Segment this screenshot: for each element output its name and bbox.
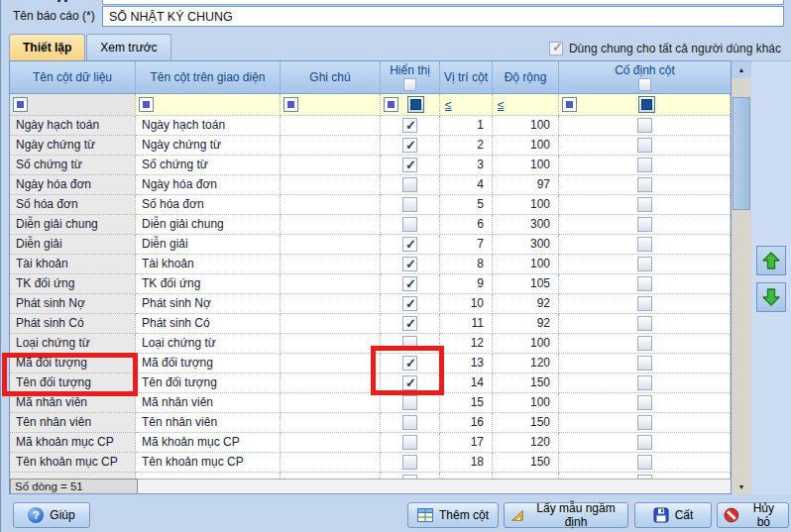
column-header-visible[interactable]: Hiển thị: [381, 61, 440, 93]
scroll-down-arrow-icon[interactable]: ▼: [732, 479, 751, 494]
visible-checkbox[interactable]: [402, 296, 417, 311]
header-checkbox-fixed[interactable]: [638, 78, 651, 91]
table-row[interactable]: Tài khoản Tài khoản 8 100: [10, 255, 731, 274]
vertical-scrollbar[interactable]: ▲ ▼: [732, 60, 751, 494]
cell-note: [281, 195, 381, 215]
table-row[interactable]: TK đối ứng TK đối ứng 9 105: [10, 274, 731, 294]
fixed-checkbox[interactable]: [637, 375, 652, 390]
cell-note: [281, 334, 381, 354]
table-row[interactable]: Phát sinh Có Phát sinh Có 11 92: [10, 314, 731, 334]
move-up-button[interactable]: [756, 246, 786, 275]
checkbox-filter-icon[interactable]: [638, 96, 655, 113]
fixed-checkbox[interactable]: [637, 158, 652, 172]
column-header-position[interactable]: Vị trí cột: [440, 61, 493, 93]
visible-checkbox[interactable]: [402, 118, 417, 133]
save-button[interactable]: Cất: [634, 502, 712, 528]
fixed-checkbox[interactable]: [637, 217, 652, 232]
column-header-data-col[interactable]: Tên cột dữ liệu: [10, 61, 136, 93]
fixed-checkbox[interactable]: [637, 296, 652, 311]
column-header-fixed[interactable]: Cố định cột: [559, 61, 731, 93]
share-checkbox[interactable]: [549, 42, 563, 55]
default-template-button[interactable]: Lấy mẫu ngầm định: [504, 502, 628, 528]
visible-checkbox[interactable]: [402, 257, 417, 271]
column-header-width[interactable]: Độ rộng: [493, 61, 559, 93]
visible-checkbox[interactable]: [402, 197, 417, 212]
highlight-box-row-labels: [2, 353, 138, 396]
cell-ui-col: Loại chứng từ: [136, 334, 281, 354]
fixed-checkbox[interactable]: [637, 415, 652, 430]
help-button[interactable]: ? Giúp: [13, 502, 90, 528]
table-row[interactable]: Ngày hạch toán Ngày hạch toán 1 100: [10, 116, 731, 136]
fixed-checkbox[interactable]: [637, 395, 652, 410]
cell-note: [281, 116, 381, 136]
fixed-checkbox[interactable]: [637, 197, 652, 212]
less-equal-operator[interactable]: ≤: [445, 98, 452, 112]
fixed-checkbox[interactable]: [637, 138, 652, 153]
fixed-checkbox[interactable]: [637, 118, 652, 133]
cell-width: 100: [493, 116, 559, 136]
visible-checkbox[interactable]: [402, 177, 417, 192]
visible-checkbox[interactable]: [402, 435, 417, 450]
fixed-checkbox[interactable]: [637, 356, 652, 371]
visible-checkbox[interactable]: [402, 237, 417, 252]
table-row[interactable]: Diễn giải Diễn giải 7 300: [10, 235, 731, 255]
fixed-checkbox[interactable]: [637, 237, 652, 252]
tab-thiet-lap[interactable]: Thiết lập: [9, 34, 85, 60]
move-down-button[interactable]: [756, 282, 786, 312]
status-bar: Số dòng = 51: [10, 479, 731, 493]
cell-ui-col: Số chứng từ: [136, 156, 281, 175]
fixed-checkbox[interactable]: [637, 455, 652, 470]
table-row[interactable]: Diễn giải chung Diễn giải chung 6 300: [10, 215, 731, 235]
table-row[interactable]: Phát sinh Nợ Phát sinh Nợ 10 92: [10, 294, 731, 314]
visible-checkbox[interactable]: [402, 217, 417, 232]
floppy-disk-icon: [653, 507, 669, 523]
cell-position: 8: [440, 255, 493, 274]
visible-checkbox[interactable]: [402, 276, 417, 291]
table-row[interactable]: Ngày chứng từ Ngày chứng từ 2 100: [10, 136, 731, 156]
table-row[interactable]: Số hóa đơn Số hóa đơn 5 100: [10, 195, 731, 215]
visible-checkbox[interactable]: [402, 415, 417, 430]
visible-checkbox[interactable]: [402, 395, 417, 410]
visible-checkbox[interactable]: [402, 138, 417, 153]
cell-data-col: Diễn giải chung: [10, 215, 136, 235]
fixed-checkbox[interactable]: [637, 257, 652, 271]
checkbox-filter-icon[interactable]: [407, 96, 424, 113]
column-header-ui-col[interactable]: Tên cột trên giao diện: [136, 61, 281, 93]
visible-checkbox[interactable]: [402, 158, 417, 172]
cell-width: 300: [493, 235, 559, 255]
cancel-button[interactable]: Hủy bỏ: [717, 502, 789, 528]
visible-checkbox[interactable]: [402, 455, 417, 470]
add-column-button[interactable]: Thêm cột: [407, 502, 499, 528]
column-setup-dialog: Tên báo cáo (*) Thiết lập Xem trước Dùng…: [0, 0, 791, 532]
visible-checkbox[interactable]: [402, 316, 417, 331]
scroll-thumb[interactable]: [733, 97, 750, 210]
table-row[interactable]: Mã khoản mục CP Mã khoản mục CP 17 120: [10, 433, 731, 453]
green-up-arrow-icon: [761, 251, 781, 270]
cell-ui-col: TK đối ứng: [136, 274, 281, 294]
cell-width: 100: [493, 195, 559, 215]
table-row[interactable]: Tên khoản mục CP Tên khoản mục CP 18 150: [10, 453, 731, 473]
column-header-note[interactable]: Ghi chú: [281, 61, 381, 93]
fixed-checkbox[interactable]: [637, 276, 652, 291]
filter-icon[interactable]: [13, 97, 28, 112]
fixed-checkbox[interactable]: [637, 336, 652, 351]
filter-icon[interactable]: [139, 97, 154, 112]
table-row[interactable]: Tên nhân viên Tên nhân viên 16 150: [10, 413, 731, 433]
tab-xem-truoc[interactable]: Xem trước: [86, 34, 170, 60]
scroll-up-arrow-icon[interactable]: ▲: [732, 61, 751, 78]
filter-icon[interactable]: [283, 97, 298, 112]
cell-width: 100: [493, 255, 559, 274]
cell-position: 13: [440, 354, 493, 373]
less-equal-operator[interactable]: ≤: [498, 98, 505, 112]
report-name-input[interactable]: [102, 6, 784, 27]
fixed-checkbox[interactable]: [637, 435, 652, 450]
header-checkbox-visible[interactable]: [403, 78, 416, 91]
table-row[interactable]: Mã nhân viên Mã nhân viên 15 100: [10, 393, 731, 413]
filter-icon[interactable]: [562, 97, 577, 112]
tab-bar: Thiết lập Xem trước: [9, 34, 172, 60]
table-row[interactable]: Số chứng từ Số chứng từ 3 100: [10, 156, 731, 175]
fixed-checkbox[interactable]: [637, 177, 652, 192]
fixed-checkbox[interactable]: [637, 316, 652, 331]
filter-icon[interactable]: [384, 97, 398, 112]
table-row[interactable]: Ngày hóa đơn Ngày hóa đơn 4 97: [10, 175, 731, 195]
